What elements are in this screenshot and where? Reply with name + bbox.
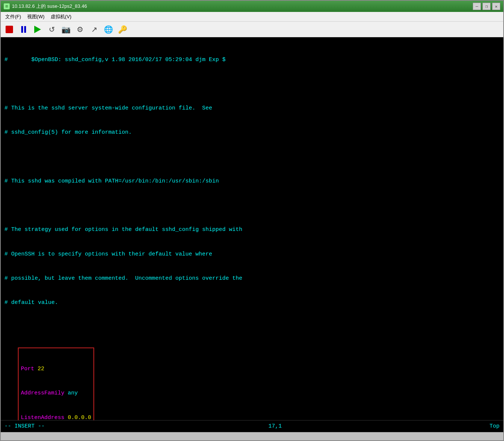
terminal-line-4: # This sshd was compiled with PATH=/usr/…: [4, 177, 500, 185]
app-icon: ⊞: [4, 3, 10, 9]
port-keyword: Port: [21, 366, 34, 372]
port-value: 22: [34, 366, 44, 372]
minimize-button[interactable]: —: [473, 3, 481, 10]
forward-button[interactable]: ↗: [88, 23, 101, 36]
screenshot-button[interactable]: 📷: [60, 23, 72, 36]
network-button[interactable]: 🌐: [102, 23, 115, 36]
highlighted-config-block: Port 22 AddressFamily any ListenAddress …: [18, 348, 94, 421]
restore-button[interactable]: ❐: [482, 3, 491, 10]
listenaddress-ipv4-line: ListenAddress 0.0.0.0: [21, 414, 91, 421]
status-bar: -- INSERT -- 17,1 Top: [1, 420, 503, 432]
key-icon: 🔑: [118, 25, 127, 34]
screenshot-icon: 📷: [61, 25, 71, 34]
addressfamily-value: any: [64, 390, 78, 396]
window-title: 10.13.82.6 上的 suse-12ps2_83.46: [12, 3, 87, 10]
terminal-area[interactable]: # $OpenBSD: sshd_config,v 1.98 2016/02/1…: [1, 37, 503, 420]
terminal-line-blank-4: [4, 323, 500, 331]
addressfamily-keyword: AddressFamily: [21, 390, 64, 396]
forward-icon: ↗: [91, 25, 98, 34]
terminal-line-blank-1: [4, 80, 500, 88]
terminal-line-blank-2: [4, 153, 500, 161]
pause-icon: [21, 26, 26, 33]
title-bar: ⊞ 10.13.82.6 上的 suse-12ps2_83.46 — ❐ ✕: [1, 1, 503, 12]
menu-bar: 文件(F) 视图(W) 虚拟机(V): [1, 12, 503, 22]
play-icon: [34, 26, 41, 33]
pause-button[interactable]: [17, 23, 30, 36]
menu-file[interactable]: 文件(F): [2, 13, 24, 21]
title-bar-left: ⊞ 10.13.82.6 上的 suse-12ps2_83.46: [4, 3, 87, 10]
main-window: ⊞ 10.13.82.6 上的 suse-12ps2_83.46 — ❐ ✕ 文…: [0, 0, 504, 441]
vim-position: 17,1: [268, 423, 282, 429]
settings-icon: ⚙: [77, 25, 83, 34]
settings-button[interactable]: ⚙: [74, 23, 86, 36]
play-button[interactable]: [31, 23, 44, 36]
terminal-line-2: # This is the sshd server system-wide co…: [4, 104, 500, 112]
stop-button[interactable]: [3, 23, 16, 36]
terminal-line-1: # $OpenBSD: sshd_config,v 1.98 2016/02/1…: [4, 56, 500, 64]
refresh-button[interactable]: ↺: [45, 23, 58, 36]
close-button[interactable]: ✕: [492, 3, 500, 10]
key-button[interactable]: 🔑: [116, 23, 129, 36]
terminal-line-blank-3: [4, 202, 500, 210]
vim-scroll: Top: [489, 423, 500, 429]
terminal-line-3: # sshd_config(5) for more information.: [4, 129, 500, 137]
network-icon: 🌐: [104, 25, 113, 34]
terminal-line-8: # default value.: [4, 299, 500, 307]
refresh-icon: ↺: [49, 25, 55, 34]
bottom-status-bar: [1, 432, 503, 440]
terminal-line-7: # possible, but leave them commented. Un…: [4, 275, 500, 283]
vim-mode: -- INSERT --: [4, 423, 45, 429]
terminal-line-6: # OpenSSH is to specify options with the…: [4, 250, 500, 258]
stop-icon: [6, 26, 13, 33]
menu-view[interactable]: 视图(W): [24, 13, 48, 21]
window-controls: — ❐ ✕: [473, 3, 500, 10]
listenaddress-ipv4-keyword: ListenAddress: [21, 415, 64, 421]
port-line: Port 22: [21, 365, 91, 373]
addressfamily-line: AddressFamily any: [21, 389, 91, 397]
toolbar: ↺ 📷 ⚙ ↗ 🌐 🔑: [1, 22, 503, 37]
vim-position-scroll: 17,1 Top: [268, 423, 500, 429]
listenaddress-ipv4-value: 0.0.0.0: [64, 415, 91, 421]
menu-vm[interactable]: 虚拟机(V): [48, 13, 74, 21]
terminal-line-5: # The strategy used for options in the d…: [4, 226, 500, 234]
